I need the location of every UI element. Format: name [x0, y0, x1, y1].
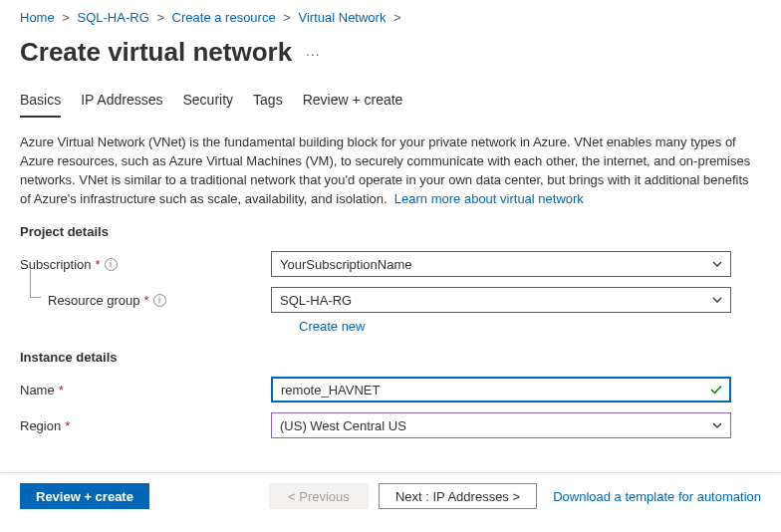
- previous-button: < Previous: [269, 483, 369, 509]
- create-new-link[interactable]: Create new: [299, 319, 365, 334]
- tab-review-create[interactable]: Review + create: [303, 86, 403, 118]
- tab-ip-addresses[interactable]: IP Addresses: [81, 86, 162, 118]
- breadcrumb-item[interactable]: Create a resource: [172, 10, 276, 25]
- download-template-link[interactable]: Download a template for automation: [553, 489, 761, 504]
- resource-group-select[interactable]: SQL-HA-RG: [271, 287, 731, 313]
- tab-security[interactable]: Security: [182, 86, 233, 118]
- info-icon[interactable]: i: [105, 258, 118, 271]
- breadcrumb-home[interactable]: Home: [20, 10, 55, 25]
- breadcrumb-item[interactable]: SQL-HA-RG: [78, 10, 149, 25]
- subscription-select[interactable]: YourSubscriptionName: [271, 251, 731, 277]
- section-project-details: Project details: [20, 224, 761, 239]
- chevron-right-icon: >: [156, 10, 164, 25]
- name-input[interactable]: remote_HAVNET: [271, 377, 731, 402]
- region-select[interactable]: (US) West Central US: [271, 412, 731, 438]
- chevron-right-icon: >: [283, 10, 291, 25]
- review-create-button[interactable]: Review + create: [20, 483, 149, 509]
- info-icon[interactable]: i: [153, 294, 166, 307]
- footer-bar: Review + create < Previous Next : IP Add…: [0, 472, 781, 519]
- check-icon: [709, 383, 723, 397]
- subscription-label: Subscription* i: [20, 257, 271, 272]
- page-title: Create virtual network: [20, 37, 292, 68]
- chevron-right-icon: >: [62, 10, 70, 25]
- name-label: Name*: [20, 383, 271, 398]
- chevron-right-icon: >: [393, 10, 401, 25]
- next-button[interactable]: Next : IP Addresses >: [379, 483, 537, 509]
- chevron-down-icon: [711, 258, 723, 270]
- region-label: Region*: [20, 418, 271, 433]
- tab-tags[interactable]: Tags: [253, 86, 283, 118]
- chevron-down-icon: [711, 419, 723, 431]
- chevron-down-icon: [711, 294, 723, 306]
- breadcrumb-item[interactable]: Virtual Network: [299, 10, 387, 25]
- breadcrumb: Home > SQL-HA-RG > Create a resource > V…: [20, 0, 761, 33]
- tab-basics[interactable]: Basics: [20, 86, 61, 118]
- section-instance-details: Instance details: [20, 350, 761, 365]
- resource-group-label: Resource group* i: [48, 293, 271, 308]
- description: Azure Virtual Network (VNet) is the fund…: [20, 133, 761, 208]
- tabs: Basics IP Addresses Security Tags Review…: [20, 86, 761, 118]
- learn-more-link[interactable]: Learn more about virtual network: [394, 191, 584, 206]
- more-actions-button[interactable]: ···: [306, 40, 321, 62]
